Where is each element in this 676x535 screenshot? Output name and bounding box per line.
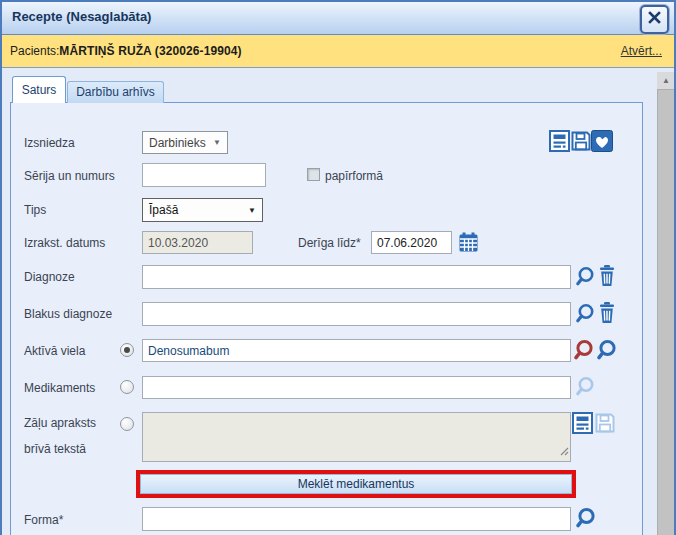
- izsniedza-select[interactable]: Darbinieks ▼: [142, 131, 228, 154]
- window-title: Recepte (Nesaglabāta): [12, 9, 151, 24]
- save-icon[interactable]: [570, 130, 592, 152]
- chevron-down-icon: ▼: [213, 138, 221, 147]
- tips-label: Tips: [24, 203, 46, 217]
- forma-label: Forma*: [24, 513, 63, 527]
- search-icon[interactable]: [573, 265, 596, 288]
- close-button[interactable]: [640, 5, 669, 34]
- patient-label: Pacients:: [10, 44, 59, 58]
- serija-input[interactable]: [142, 163, 266, 187]
- search-icon[interactable]: [573, 302, 596, 325]
- search-icon[interactable]: [594, 338, 618, 362]
- open-link[interactable]: Atvērt...: [621, 44, 662, 58]
- serija-label: Sērija un numurs: [24, 169, 115, 183]
- tips-value: Īpašā: [149, 203, 178, 217]
- favorites-heart-icon[interactable]: [591, 130, 613, 152]
- prescription-form-icon[interactable]: [572, 412, 593, 434]
- save-disabled-icon: [594, 412, 616, 434]
- zalu-apraksts-label-line1: Zāļu apraksts: [24, 416, 96, 430]
- scroll-up-icon: ▲: [662, 76, 670, 85]
- chevron-down-icon: ▼: [248, 206, 256, 215]
- deriga-lidz-label: Derīga līdz*: [298, 236, 361, 250]
- tab-darbibu-arhivs[interactable]: Darbību arhīvs: [67, 81, 164, 103]
- medikaments-radio[interactable]: [120, 380, 134, 394]
- delete-trash-icon[interactable]: [597, 264, 617, 287]
- prescription-form-icon[interactable]: [549, 130, 570, 152]
- papirforma-checkbox[interactable]: [307, 168, 320, 181]
- close-icon: [647, 10, 662, 29]
- highlight-box: Meklēt medikamentus: [136, 470, 576, 498]
- izrakst-datums-label: Izrakst. datums: [24, 236, 105, 250]
- zalu-apraksts-radio[interactable]: [120, 417, 134, 431]
- patient-name: MĀRTIŅŠ RUŽA (320026-19904): [59, 44, 241, 58]
- calendar-icon[interactable]: [459, 232, 478, 252]
- zalu-apraksts-label-line2: brīvā tekstā: [24, 442, 86, 456]
- diagnoze-input[interactable]: [142, 265, 571, 289]
- papirforma-label: papīrformā: [325, 169, 383, 183]
- medikaments-label: Medikaments: [24, 381, 95, 395]
- search-icon[interactable]: [573, 506, 597, 530]
- scrollbar-thumb[interactable]: [657, 89, 675, 535]
- delete-trash-icon[interactable]: [597, 301, 617, 324]
- title-bar: Recepte (Nesaglabāta): [2, 2, 674, 35]
- tips-select[interactable]: Īpašā ▼: [142, 198, 263, 222]
- scroll-up-button[interactable]: ▲: [657, 72, 675, 89]
- tab-saturs[interactable]: Saturs: [12, 76, 66, 103]
- search-red-icon[interactable]: [571, 338, 595, 362]
- blakus-diagnoze-label: Blakus diagnoze: [24, 307, 112, 321]
- meklet-medikamentus-button[interactable]: Meklēt medikamentus: [140, 474, 572, 494]
- forma-input[interactable]: [142, 507, 571, 531]
- medikaments-input[interactable]: [142, 376, 571, 399]
- izsniedza-label: Izsniedza: [24, 136, 75, 150]
- recepte-window: Recepte (Nesaglabāta) Pacients:MĀRTIŅŠ R…: [0, 0, 676, 535]
- deriga-lidz-input[interactable]: [371, 231, 452, 254]
- zalu-apraksts-textarea[interactable]: [142, 412, 571, 462]
- blakus-diagnoze-input[interactable]: [142, 302, 571, 326]
- aktiva-viela-radio[interactable]: [120, 343, 134, 357]
- vertical-scrollbar[interactable]: ▲: [657, 72, 675, 535]
- izsniedza-value: Darbinieks: [149, 136, 206, 150]
- izrakst-datums-input: [142, 231, 253, 254]
- search-disabled-icon: [573, 375, 596, 398]
- resize-grip-icon[interactable]: [559, 442, 569, 460]
- patient-bar: Pacients:MĀRTIŅŠ RUŽA (320026-19904) Atv…: [2, 35, 674, 68]
- diagnoze-label: Diagnoze: [24, 270, 75, 284]
- aktiva-viela-label: Aktīvā viela: [24, 344, 85, 358]
- aktiva-viela-input[interactable]: [142, 339, 571, 362]
